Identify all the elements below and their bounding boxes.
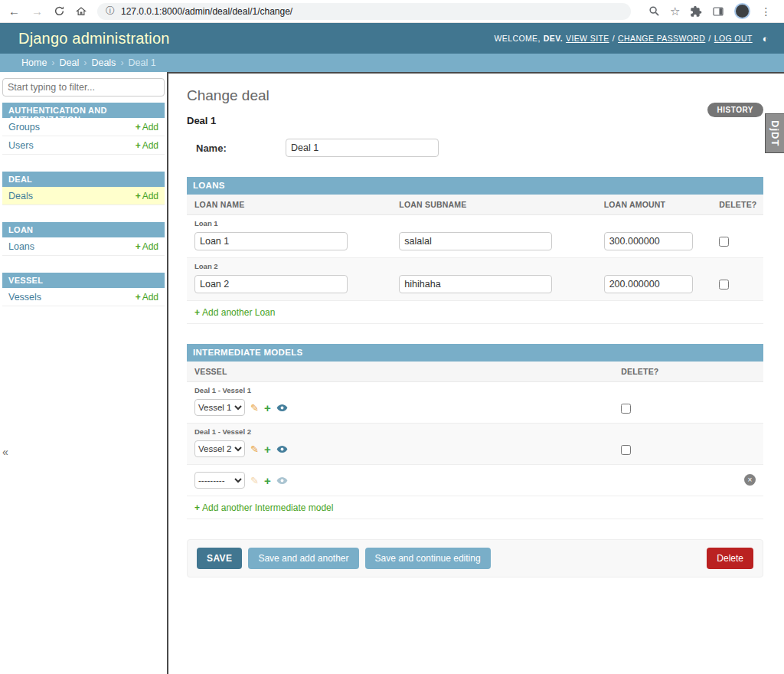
site-info-icon[interactable]: ⓘ	[106, 5, 115, 18]
view-related-icon[interactable]	[276, 476, 288, 485]
sidebar-item-loans: Loans +Add	[2, 237, 165, 256]
save-button[interactable]: SAVE	[197, 548, 242, 569]
user-tools: WELCOME, DEV. VIEW SITE / CHANGE PASSWOR…	[494, 33, 769, 44]
theme-toggle-icon[interactable]: ◐	[763, 33, 769, 44]
page-title: Change deal	[187, 87, 763, 104]
change-password-link[interactable]: CHANGE PASSWORD	[618, 34, 705, 43]
breadcrumb-current: Deal 1	[129, 57, 156, 68]
intermediate-delete-checkbox[interactable]	[621, 404, 631, 414]
remove-inline-row-icon[interactable]: ×	[744, 474, 756, 486]
users-link[interactable]: Users	[8, 140, 34, 151]
loan-subname-input[interactable]	[399, 232, 552, 250]
name-label: Name:	[196, 142, 286, 154]
loan-row-caption: Loan 1	[194, 219, 218, 227]
intermediate-new-row: --------- ✎ + ×	[187, 465, 763, 496]
col-loan-amount: LOAN AMOUNT	[596, 195, 712, 215]
vessel-select-empty[interactable]: ---------	[194, 472, 245, 489]
site-name-link[interactable]: Django administration	[18, 30, 170, 47]
loan-delete-checkbox[interactable]	[719, 237, 729, 247]
edit-related-icon[interactable]: ✎	[250, 476, 259, 486]
bookmark-star-icon[interactable]: ☆	[670, 5, 680, 18]
module-deal-caption[interactable]: DEAL	[2, 172, 165, 187]
groups-add-link[interactable]: +Add	[136, 122, 158, 133]
loans-add-link[interactable]: +Add	[136, 241, 158, 252]
add-related-icon[interactable]: +	[264, 402, 271, 414]
view-related-icon[interactable]	[276, 445, 288, 453]
sidebar-item-vessels: Vessels +Add	[2, 288, 165, 306]
add-another-loan-link[interactable]: +Add another Loan	[194, 307, 275, 318]
intermediate-delete-checkbox[interactable]	[621, 445, 631, 455]
history-button[interactable]: HISTORY	[707, 103, 763, 117]
edit-related-icon[interactable]: ✎	[250, 444, 259, 454]
loan-name-input[interactable]	[194, 232, 348, 250]
delete-button[interactable]: Delete	[707, 548, 753, 569]
username-text: DEV.	[544, 34, 563, 43]
loan-amount-input[interactable]	[604, 275, 693, 293]
add-related-icon[interactable]: +	[264, 475, 271, 486]
search-icon[interactable]	[648, 5, 660, 17]
intermediate-row-1: Deal 1 - Vessel 1 Vessel 1 ✎ +	[187, 382, 763, 424]
vessels-link[interactable]: Vessels	[8, 292, 41, 303]
name-field[interactable]	[286, 139, 439, 157]
vessels-add-link[interactable]: +Add	[136, 292, 158, 303]
edit-related-icon[interactable]: ✎	[250, 403, 259, 413]
djdt-label: DjDT	[769, 120, 781, 146]
users-add-link[interactable]: +Add	[136, 140, 158, 151]
save-continue-button[interactable]: Save and continue editing	[365, 548, 491, 569]
djdt-toolbar-handle[interactable]: DjDT	[765, 113, 784, 153]
vessel-select[interactable]: Vessel 2	[194, 440, 245, 457]
loans-inline-group: LOANS LOAN NAME LOAN SUBNAME LOAN AMOUNT…	[187, 177, 763, 324]
module-vessel-caption[interactable]: VESSEL	[2, 273, 165, 288]
intermediate-row-2: Deal 1 - Vessel 2 Vessel 2 ✎ +	[187, 424, 763, 465]
intermediates-header-row: VESSEL DELETE?	[187, 362, 763, 382]
col-loan-subname: LOAN SUBNAME	[391, 195, 596, 215]
save-add-another-button[interactable]: Save and add another	[248, 548, 358, 569]
module-vessel: VESSEL Vessels +Add	[2, 273, 165, 306]
loan-name-input[interactable]	[194, 275, 348, 293]
sidebar-filter-input[interactable]	[2, 78, 165, 97]
loan-subname-input[interactable]	[399, 275, 552, 293]
submit-row: SAVE Save and add another Save and conti…	[187, 539, 763, 577]
loan-delete-checkbox[interactable]	[719, 280, 729, 290]
vessel-select[interactable]: Vessel 1	[194, 399, 245, 416]
col-vessel-delete: DELETE?	[613, 362, 763, 382]
loans-header-row: LOAN NAME LOAN SUBNAME LOAN AMOUNT DELET…	[187, 195, 763, 215]
groups-link[interactable]: Groups	[8, 122, 40, 133]
loans-add-row: +Add another Loan	[187, 301, 763, 324]
plus-icon: +	[136, 241, 141, 252]
loan-amount-input[interactable]	[604, 232, 693, 250]
profile-avatar[interactable]	[734, 3, 750, 19]
name-form-row: Name:	[196, 139, 763, 157]
deals-add-link[interactable]: +Add	[136, 191, 158, 201]
module-deal: DEAL Deals +Add	[2, 172, 165, 205]
module-loan-caption[interactable]: LOAN	[2, 222, 165, 237]
reload-icon[interactable]	[54, 5, 65, 17]
browser-menu-icon[interactable]: ⋮	[760, 5, 771, 18]
breadcrumb-separator: ›	[83, 57, 87, 68]
address-bar[interactable]: ⓘ 127.0.0.1:8000/admin/deal/deal/1/chang…	[97, 3, 631, 20]
breadcrumb-deal-app[interactable]: Deal	[60, 57, 80, 68]
module-auth-caption[interactable]: AUTHENTICATION AND AUTHORIZATION	[2, 103, 165, 118]
loans-section-header: LOANS	[187, 177, 763, 195]
extensions-icon[interactable]	[690, 5, 702, 18]
view-site-link[interactable]: VIEW SITE	[566, 34, 609, 43]
intermediates-add-row: +Add another Intermediate model	[187, 496, 763, 519]
intermediate-row-caption: Deal 1 - Vessel 1	[194, 386, 251, 394]
col-loan-name: LOAN NAME	[187, 195, 391, 215]
side-panel-icon[interactable]	[712, 5, 724, 18]
loans-link[interactable]: Loans	[8, 241, 34, 252]
log-out-link[interactable]: LOG OUT	[714, 34, 753, 43]
view-related-icon[interactable]	[276, 404, 288, 412]
tools-separator: /	[612, 34, 615, 43]
home-icon[interactable]	[75, 5, 87, 18]
forward-icon[interactable]: →	[31, 5, 44, 17]
intermediates-section-header: INTERMEDIATE MODELS	[187, 344, 763, 362]
add-related-icon[interactable]: +	[264, 443, 271, 455]
nav-sidebar: AUTHENTICATION AND AUTHORIZATION Groups …	[0, 72, 167, 674]
breadcrumb-home[interactable]: Home	[21, 57, 47, 68]
deals-link[interactable]: Deals	[8, 191, 33, 201]
add-another-intermediate-link[interactable]: +Add another Intermediate model	[194, 502, 333, 513]
sidebar-collapse-toggle[interactable]: «	[2, 446, 8, 458]
back-icon[interactable]: ←	[8, 5, 21, 17]
breadcrumb-deals-list[interactable]: Deals	[91, 57, 116, 68]
